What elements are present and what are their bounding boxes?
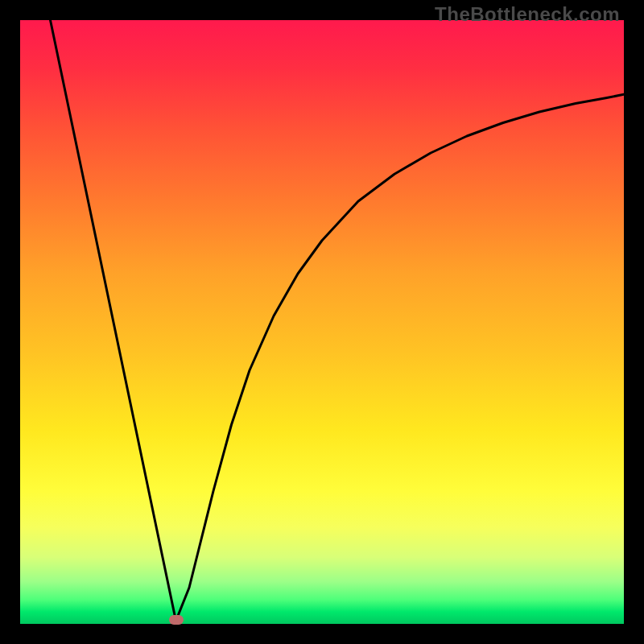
chart-frame: TheBottleneck.com [0,0,644,644]
curve-svg [20,20,624,624]
min-marker [169,615,184,625]
watermark-text: TheBottleneck.com [435,3,620,26]
bottleneck-curve [51,20,625,621]
plot-area [20,20,624,624]
